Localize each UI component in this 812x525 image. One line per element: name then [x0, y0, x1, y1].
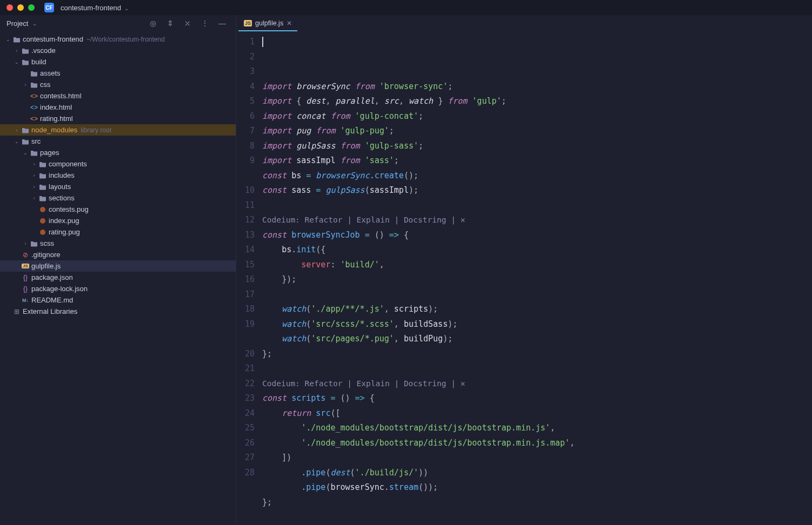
file-icon: [29, 82, 39, 88]
code-line[interactable]: watch('./app/**/*.js', scripts);: [262, 302, 812, 317]
tree-arrow-icon[interactable]: ›: [22, 241, 29, 246]
tree-arrow-icon[interactable]: ⌄: [13, 139, 21, 144]
tree-item[interactable]: ⊞External Libraries: [0, 306, 236, 317]
code-line[interactable]: [262, 198, 812, 213]
tree-item[interactable]: ›node_moduleslibrary root: [0, 124, 236, 136]
tree-item[interactable]: <>index.html: [0, 102, 236, 113]
code-line[interactable]: server: 'build/',: [262, 258, 812, 273]
code-line[interactable]: .pipe(dest('./build/js/')): [262, 466, 812, 481]
hide-sidebar-icon[interactable]: —: [215, 17, 229, 29]
tree-item[interactable]: ⊘.gitignore: [0, 249, 236, 260]
code-line[interactable]: import { dest, parallel, src, watch } fr…: [262, 94, 812, 109]
tree-item[interactable]: ›includes: [0, 170, 236, 181]
tree-item[interactable]: ›sections: [0, 192, 236, 204]
tree-arrow-icon[interactable]: ⌄: [13, 59, 21, 65]
gutter: 123456789 10111213141516171819 202122232…: [236, 31, 262, 525]
code-line[interactable]: './node_modules/bootstrap/dist/js/bootst…: [262, 436, 812, 451]
code-line[interactable]: './node_modules/bootstrap/dist/js/bootst…: [262, 421, 812, 436]
code-line[interactable]: import pug from 'gulp-pug';: [262, 124, 812, 139]
code-line[interactable]: .pipe(browserSync.stream());: [262, 480, 812, 495]
tree-label: External Libraries: [23, 307, 77, 315]
code-line[interactable]: import browserSync from 'browser-sync';: [262, 79, 812, 95]
project-header[interactable]: Project ⌄ ◎ ⇕ ⤫ ⋮ —: [0, 15, 236, 31]
tree-arrow-icon[interactable]: ›: [30, 184, 38, 190]
tree-label: rating.html: [40, 115, 73, 123]
tree-label: contestum-frontend: [23, 35, 83, 43]
tree-item[interactable]: index.pug: [0, 215, 236, 226]
close-window-button[interactable]: [6, 4, 13, 11]
maximize-window-button[interactable]: [28, 4, 35, 11]
minimize-window-button[interactable]: [17, 4, 24, 11]
tree-item[interactable]: ›css: [0, 79, 236, 90]
tree-arrow-icon[interactable]: ⌄: [22, 150, 29, 156]
code-line[interactable]: const bs = browserSync.create();: [262, 169, 812, 184]
tree-label: scss: [40, 239, 54, 247]
code-line[interactable]: const browserSyncJob = () => {: [262, 228, 812, 243]
tree-arrow-icon[interactable]: ›: [13, 127, 21, 133]
tree-item[interactable]: ›layouts: [0, 181, 236, 192]
tree-label: index.pug: [49, 217, 79, 225]
project-tree[interactable]: ⌄contestum-frontend~/Work/contestum-fron…: [0, 31, 236, 525]
tree-item[interactable]: ›components: [0, 158, 236, 170]
tree-item[interactable]: assets: [0, 68, 236, 79]
code-line[interactable]: import sassImpl from 'sass';: [262, 153, 812, 169]
tree-label: contests.html: [40, 92, 82, 100]
close-tab-icon[interactable]: ✕: [287, 19, 292, 27]
options-icon[interactable]: ⋮: [198, 17, 212, 29]
code-line[interactable]: [262, 361, 812, 376]
tree-item[interactable]: M↓README.md: [0, 294, 236, 306]
editor-area: JS gulpfile.js ✕ 123456789 1011121314151…: [236, 15, 812, 525]
tree-label: rating.pug: [49, 228, 80, 236]
tree-label: build: [31, 58, 46, 66]
code-line[interactable]: import concat from 'gulp-concat';: [262, 109, 812, 124]
collapse-all-icon[interactable]: ⤫: [181, 17, 195, 29]
code-line[interactable]: import gulpSass from 'gulp-sass';: [262, 139, 812, 154]
code-line[interactable]: };: [262, 347, 812, 362]
tree-item[interactable]: ›.vscode: [0, 45, 236, 56]
tree-label: sections: [49, 194, 75, 202]
select-opened-file-icon[interactable]: ◎: [146, 17, 160, 29]
code-line[interactable]: const sass = gulpSass(sassImpl);: [262, 183, 812, 198]
tree-item[interactable]: ⌄contestum-frontend~/Work/contestum-fron…: [0, 33, 236, 45]
codelens[interactable]: Codeium: Refactor | Explain | Docstring …: [262, 213, 812, 228]
titlebar: CF contestum-frontend ⌄: [0, 0, 812, 15]
tree-item[interactable]: contests.pug: [0, 204, 236, 215]
tree-arrow-icon[interactable]: ⌄: [4, 37, 12, 42]
code-line[interactable]: watch('src/scss/*.scss', buildSass);: [262, 317, 812, 332]
tree-item[interactable]: JSgulpfile.js: [0, 260, 236, 272]
tree-extra: ~/Work/contestum-frontend: [86, 36, 165, 43]
tree-item[interactable]: ⌄build: [0, 56, 236, 68]
code-line[interactable]: [262, 510, 812, 525]
code-line[interactable]: bs.init({: [262, 243, 812, 258]
app-title[interactable]: contestum-frontend ⌄: [61, 4, 129, 12]
tree-label: src: [31, 137, 41, 145]
file-icon: [38, 161, 48, 167]
tree-item[interactable]: {}package-lock.json: [0, 283, 236, 294]
code-line[interactable]: [262, 287, 812, 302]
expand-all-icon[interactable]: ⇕: [163, 17, 177, 29]
tree-item[interactable]: <>rating.html: [0, 113, 236, 124]
tree-item[interactable]: ⌄pages: [0, 147, 236, 158]
tree-arrow-icon[interactable]: ›: [13, 48, 21, 53]
code-area[interactable]: 123456789 10111213141516171819 202122232…: [236, 31, 812, 525]
tab-label: gulpfile.js: [255, 19, 283, 27]
tree-label: assets: [40, 69, 61, 77]
codelens[interactable]: Codeium: Refactor | Explain | Docstring …: [262, 376, 812, 392]
tree-item[interactable]: ›scss: [0, 238, 236, 249]
tree-item[interactable]: {}package.json: [0, 272, 236, 283]
tree-item[interactable]: ⌄src: [0, 136, 236, 147]
code-line[interactable]: ]): [262, 450, 812, 466]
code-line[interactable]: const scripts = () => {: [262, 391, 812, 406]
tree-arrow-icon[interactable]: ›: [30, 161, 38, 167]
tree-arrow-icon[interactable]: ›: [30, 173, 38, 178]
code-line[interactable]: };: [262, 495, 812, 510]
tab-gulpfile[interactable]: JS gulpfile.js ✕: [238, 16, 297, 31]
code-content[interactable]: import browserSync from 'browser-sync';i…: [262, 31, 812, 525]
code-line[interactable]: });: [262, 272, 812, 287]
tree-item[interactable]: rating.pug: [0, 226, 236, 238]
tree-arrow-icon[interactable]: ›: [30, 196, 38, 201]
tree-item[interactable]: <>contests.html: [0, 90, 236, 102]
code-line[interactable]: watch('src/pages/*.pug', buildPug);: [262, 332, 812, 347]
code-line[interactable]: return src([: [262, 406, 812, 421]
tree-arrow-icon[interactable]: ›: [22, 82, 29, 88]
